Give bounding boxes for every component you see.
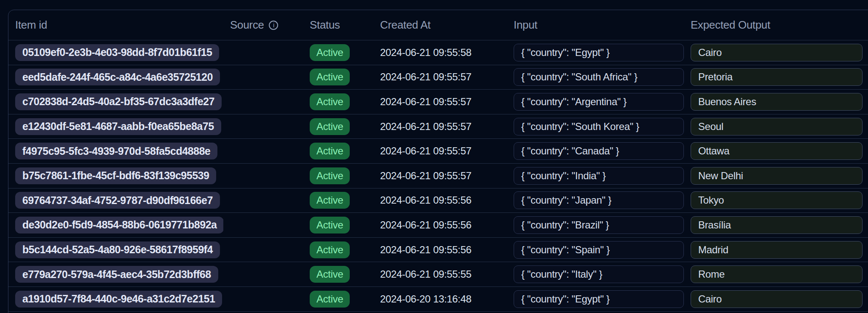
created-at: 2024-06-21 09:55:57 <box>373 164 507 188</box>
table-row[interactable]: 05109ef0-2e3b-4e03-98dd-8f7d01b61f15 Act… <box>8 40 868 65</box>
table-row[interactable]: e12430df-5e81-4687-aabb-f0ea65be8a75 Act… <box>8 114 868 139</box>
created-at: 2024-06-21 09:55:56 <box>373 238 507 262</box>
column-header-source: Source i <box>223 19 303 32</box>
table-row[interactable]: eed5dafe-244f-465c-a84c-4a6e35725120 Act… <box>8 65 868 90</box>
item-id-badge[interactable]: 05109ef0-2e3b-4e03-98dd-8f7d01b61f15 <box>15 44 219 61</box>
item-id-badge[interactable]: eed5dafe-244f-465c-a84c-4a6e35725120 <box>15 69 220 85</box>
input-preview: { "country": "Brazil" } <box>514 216 684 234</box>
source-cell <box>223 65 303 90</box>
source-cell <box>223 90 303 114</box>
input-preview: { "country": "Egypt" } <box>514 290 684 308</box>
column-header-status: Status <box>303 19 373 32</box>
status-badge: Active <box>310 217 350 233</box>
status-badge: Active <box>310 118 350 135</box>
input-preview: { "country": "Canada" } <box>514 142 684 160</box>
status-badge: Active <box>310 93 350 110</box>
input-preview: { "country": "Spain" } <box>514 241 684 259</box>
expected-output-preview: Seoul <box>691 118 863 135</box>
dataset-items-table: Item id Source i Status Created At Input… <box>8 10 868 313</box>
item-id-badge[interactable]: 69764737-34af-4752-9787-d90df96166e7 <box>15 192 220 209</box>
expected-output-preview: Brasília <box>691 216 863 234</box>
source-cell <box>223 213 303 237</box>
table-row[interactable]: 69764737-34af-4752-9787-d90df96166e7 Act… <box>8 188 868 213</box>
created-at: 2024-06-21 09:55:57 <box>373 139 507 163</box>
source-cell <box>223 139 303 163</box>
created-at: 2024-06-21 09:55:57 <box>373 114 507 139</box>
table-row[interactable]: de30d2e0-f5d9-4854-88b6-0619771b892a Act… <box>8 213 868 238</box>
created-at: 2024-06-21 09:55:55 <box>373 262 507 286</box>
status-badge: Active <box>310 69 350 85</box>
expected-output-preview: Ottawa <box>691 142 863 160</box>
status-badge: Active <box>310 266 350 283</box>
source-cell <box>223 188 303 213</box>
expected-output-preview: Cairo <box>691 44 863 61</box>
source-cell <box>223 40 303 65</box>
item-id-badge[interactable]: de30d2e0-f5d9-4854-88b6-0619771b892a <box>15 217 223 233</box>
input-preview: { "country": "India" } <box>514 167 684 185</box>
status-badge: Active <box>310 192 350 209</box>
input-preview: { "country": "Argentina" } <box>514 93 684 111</box>
created-at: 2024-06-21 09:55:57 <box>373 65 507 90</box>
item-id-badge[interactable]: e779a270-579a-4f45-aec4-35b72d3bff68 <box>15 266 218 283</box>
info-icon[interactable]: i <box>269 21 278 30</box>
created-at: 2024-06-21 09:55:57 <box>373 90 507 114</box>
expected-output-preview: Tokyo <box>691 191 863 209</box>
input-preview: { "country": "South Africa" } <box>514 68 684 86</box>
column-header-input: Input <box>507 19 684 32</box>
created-at: 2024-06-20 13:16:48 <box>373 287 507 311</box>
table-row[interactable]: b5c144cd-52a5-4a80-926e-58617f8959f4 Act… <box>8 238 868 263</box>
input-preview: { "country": "Egypt" } <box>514 44 684 61</box>
created-at: 2024-06-21 09:55:56 <box>373 213 507 237</box>
table-row[interactable]: a1910d57-7f84-440c-9e46-a31c2d7e2151 Act… <box>8 287 868 312</box>
column-header-expected-output: Expected Output <box>684 19 868 32</box>
expected-output-preview: Madrid <box>691 241 863 259</box>
table-row[interactable]: c702838d-24d5-40a2-bf35-67dc3a3dfe27 Act… <box>8 90 868 114</box>
expected-output-preview: New Delhi <box>691 167 863 185</box>
expected-output-preview: Buenos Aires <box>691 93 863 111</box>
table-header: Item id Source i Status Created At Input… <box>8 10 868 40</box>
item-id-badge[interactable]: b75c7861-1fbe-45cf-bdf6-83f139c95539 <box>15 167 216 184</box>
created-at: 2024-06-21 09:55:56 <box>373 188 507 213</box>
source-cell <box>223 114 303 139</box>
status-badge: Active <box>310 143 350 159</box>
status-badge: Active <box>310 167 350 184</box>
column-header-created-at: Created At <box>373 19 507 32</box>
table-row[interactable]: e779a270-579a-4f45-aec4-35b72d3bff68 Act… <box>8 262 868 287</box>
table-row[interactable]: b75c7861-1fbe-45cf-bdf6-83f139c95539 Act… <box>8 164 868 188</box>
input-preview: { "country": "Italy" } <box>514 265 684 283</box>
item-id-badge[interactable]: c702838d-24d5-40a2-bf35-67dc3a3dfe27 <box>15 93 222 110</box>
status-badge: Active <box>310 44 350 61</box>
input-preview: { "country": "Japan" } <box>514 191 684 209</box>
source-cell <box>223 238 303 262</box>
created-at: 2024-06-21 09:55:58 <box>373 40 507 65</box>
source-cell <box>223 287 303 311</box>
status-badge: Active <box>310 291 350 308</box>
column-header-item-id: Item id <box>8 19 223 32</box>
status-badge: Active <box>310 241 350 258</box>
item-id-badge[interactable]: f4975c95-5fc3-4939-970d-58fa5cd4888e <box>15 143 217 159</box>
item-id-badge[interactable]: e12430df-5e81-4687-aabb-f0ea65be8a75 <box>15 118 221 135</box>
expected-output-preview: Rome <box>691 265 863 283</box>
expected-output-preview: Pretoria <box>691 68 863 86</box>
table-row[interactable]: f4975c95-5fc3-4939-970d-58fa5cd4888e Act… <box>8 139 868 164</box>
input-preview: { "country": "South Korea" } <box>514 118 684 135</box>
item-id-badge[interactable]: b5c144cd-52a5-4a80-926e-58617f8959f4 <box>15 241 220 258</box>
source-cell <box>223 164 303 188</box>
item-id-badge[interactable]: a1910d57-7f84-440c-9e46-a31c2d7e2151 <box>15 291 222 308</box>
source-cell <box>223 262 303 286</box>
expected-output-preview: Cairo <box>691 290 863 308</box>
